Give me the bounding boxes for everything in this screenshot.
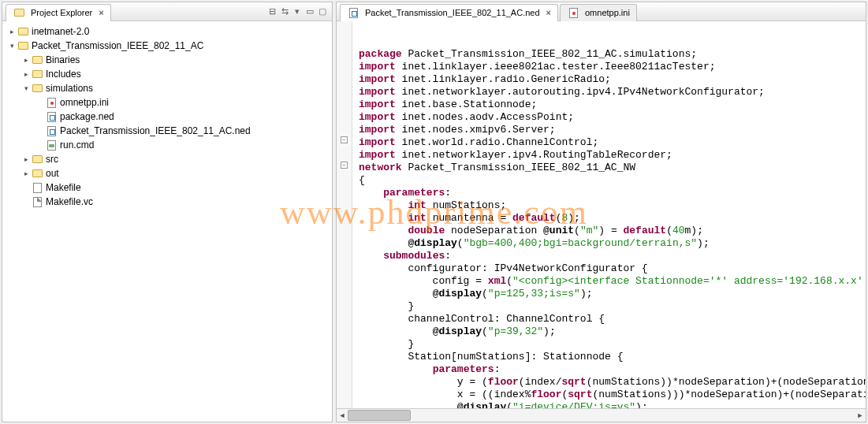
keyword: parameters [433,363,494,375]
tree-twisty-icon[interactable]: ▾ [21,84,31,92]
code-text: (numStations))*nodeSeparation)+(nodeSepa… [587,376,866,388]
editor-tab[interactable]: Packet_Transmission_IEEE_802_11_AC.ned× [340,4,558,21]
tree-item[interactable]: Makefile.vc [2,195,332,209]
folder-open-icon [17,39,29,52]
project-explorer-pane: Project Explorer × ⊟ ⇆ ▾ ▭ ▢ ▸inetmanet-… [2,2,333,422]
code-text: channelControl: ChannelControl { [359,313,605,325]
tree-item-label: omnetpp.ini [60,97,109,108]
code-text: ( [506,401,512,408]
number: 40 [672,225,685,236]
editor-tabbar: Packet_Transmission_IEEE_802_11_AC.ned×o… [337,2,866,21]
code-text: : [494,363,501,375]
tree-item-label: inetmanet-2.0 [32,26,89,37]
tree-twisty-icon[interactable]: ▸ [21,70,31,78]
tree-twisty-icon[interactable]: ▸ [21,56,31,64]
fold-marker-icon[interactable]: − [341,136,348,143]
keyword: import [359,136,396,148]
tree-item-label: out [46,168,59,179]
keyword: import [359,111,396,123]
tree-item[interactable]: run.cmd [2,138,332,152]
code-text: inet.nodes.xmipv6.Server; [396,124,556,136]
code-text: } [359,300,414,312]
code-text: (index/ [519,376,562,388]
keyword: floor [488,376,519,388]
maximize-icon[interactable]: ▢ [316,6,329,18]
tab-close-icon[interactable]: × [546,8,551,17]
explorer-tab[interactable]: Project Explorer × [6,4,111,21]
tree-item[interactable]: ▸src [2,152,332,166]
keyword: double [408,225,445,236]
keyword: default [624,225,667,236]
code-text: Station[numStations]: Stationnode { [359,351,623,363]
scroll-right-icon[interactable]: ► [855,409,866,422]
string: "p=39,32" [488,325,543,337]
collapse-all-icon[interactable]: ⊟ [266,6,278,18]
project-tree[interactable]: ▸inetmanet-2.0▾Packet_Transmission_IEEE_… [2,21,332,422]
code-text: ( [574,225,580,236]
tree-item[interactable]: package.ned [2,110,332,124]
annotation: @display [433,325,482,337]
annotation: @display [408,237,456,249]
annotation: @display [433,288,482,299]
tree-item-label: Binaries [46,54,80,65]
code-text [359,325,433,337]
code-editor[interactable]: − − package Packet_Transmission_IEEE_802… [337,21,866,408]
keyword: sqrt [561,376,586,388]
code-text: ) = [598,225,623,236]
minimize-icon[interactable]: ▭ [304,6,316,18]
tree-item-label: src [46,154,58,165]
explorer-tab-close-icon[interactable]: × [99,8,103,17]
tree-twisty-icon[interactable]: ▾ [7,42,17,50]
code-text: ( [666,225,672,236]
tree-item-label: run.cmd [60,139,94,151]
fold-marker-icon[interactable]: − [341,162,348,169]
keyword: import [359,149,396,161]
scroll-left-icon[interactable]: ◄ [337,409,348,422]
keyword: network [359,162,402,173]
code-text: numStations; [427,199,506,211]
code-text: ); [568,212,580,224]
keyword: int [408,212,426,224]
editor-tab[interactable]: omnetpp.ini [560,4,637,21]
link-editor-icon[interactable]: ⇆ [278,6,291,18]
code-text: config = [359,275,488,287]
mk-ic-icon [31,181,43,194]
file-ic-icon [31,195,43,208]
string: "bgb=400,400;bgi=background/terrain,s" [464,237,697,249]
tree-item[interactable]: ▸Includes [2,67,332,81]
view-menu-icon[interactable]: ▾ [291,6,304,18]
code-text: ); [635,401,648,408]
annotation: @unit [543,225,574,236]
ned-ic-icon [347,6,359,19]
tree-item[interactable]: ▾Packet_Transmission_IEEE_802_11_AC [2,39,332,53]
keyword: import [359,124,396,136]
horizontal-scrollbar[interactable]: ◄ ► [337,408,866,422]
tree-twisty-icon[interactable]: ▸ [21,169,31,177]
code-text: : [445,250,451,262]
tree-item[interactable]: Makefile [2,180,332,195]
tree-item[interactable]: ▾simulations [2,81,332,95]
tree-item-label: simulations [46,83,93,94]
tree-item[interactable]: ▸inetmanet-2.0 [2,24,332,39]
code-text: ( [482,325,488,337]
keyword: import [359,99,396,110]
code-text: numantenna = [427,212,512,224]
code-text: { [359,174,365,186]
tree-item[interactable]: omnetpp.ini [2,95,332,110]
tree-item[interactable]: Packet_Transmission_IEEE_802_11_AC.ned [2,124,332,138]
tree-item[interactable]: ▸Binaries [2,53,332,67]
keyword: submodules [383,250,445,262]
ini-ic-icon [45,96,58,109]
explorer-titlebar: Project Explorer × ⊟ ⇆ ▾ ▭ ▢ [2,2,332,21]
tree-twisty-icon[interactable]: ▸ [21,155,31,163]
code-text [359,250,383,262]
code-text [359,288,433,299]
code-text: ); [697,237,710,249]
code-text: Packet_Transmission_IEEE_802_11_AC_NW [402,162,635,173]
tree-twisty-icon[interactable]: ▸ [7,28,17,35]
scrollbar-thumb[interactable] [348,410,411,421]
tree-item[interactable]: ▸out [2,166,332,180]
ini-ic-icon [567,6,579,19]
code-text: : [445,187,451,199]
code-text [359,187,383,199]
